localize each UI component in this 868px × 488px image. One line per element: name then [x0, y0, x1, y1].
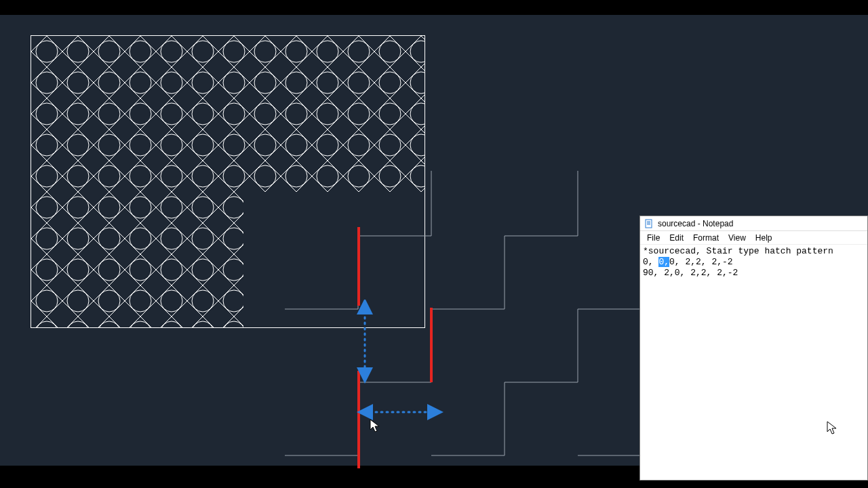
svg-rect-5 [31, 36, 425, 328]
text-line-2b: 0, 2,2, 2,-2 [669, 257, 733, 267]
notepad-menubar[interactable]: File Edit Format View Help [640, 231, 867, 245]
menu-format[interactable]: Format [689, 232, 723, 243]
svg-rect-8 [646, 220, 652, 228]
red-segment-3 [357, 371, 360, 468]
text-line-1: *sourcecad, Stair type hatch pattern [643, 246, 833, 256]
cad-canvas[interactable]: sourcecad - Notepad File Edit Format Vie… [0, 15, 868, 466]
menu-help[interactable]: Help [751, 232, 776, 243]
mouse-cursor-icon [370, 419, 382, 434]
notepad-title: sourcecad - Notepad [658, 219, 733, 228]
notepad-window[interactable]: sourcecad - Notepad File Edit Format Vie… [639, 216, 868, 481]
red-segment-2 [430, 308, 433, 382]
menu-file[interactable]: File [643, 232, 664, 243]
hatch-preview-box [31, 35, 425, 328]
notepad-text-area[interactable]: *sourcecad, Stair type hatch pattern 0, … [640, 245, 867, 480]
notepad-titlebar[interactable]: sourcecad - Notepad [640, 216, 867, 231]
text-line-3: 90, 2,0, 2,2, 2,-2 [643, 268, 738, 278]
menu-view[interactable]: View [724, 232, 750, 243]
dimension-arrows [353, 300, 454, 435]
menu-edit[interactable]: Edit [665, 232, 688, 243]
text-selection: 0, [658, 257, 669, 267]
text-cursor-icon [827, 421, 836, 434]
hatch-pattern [31, 36, 425, 328]
notepad-app-icon [644, 219, 654, 228]
red-segment-1 [357, 227, 360, 306]
text-line-2a: 0, [643, 257, 658, 267]
